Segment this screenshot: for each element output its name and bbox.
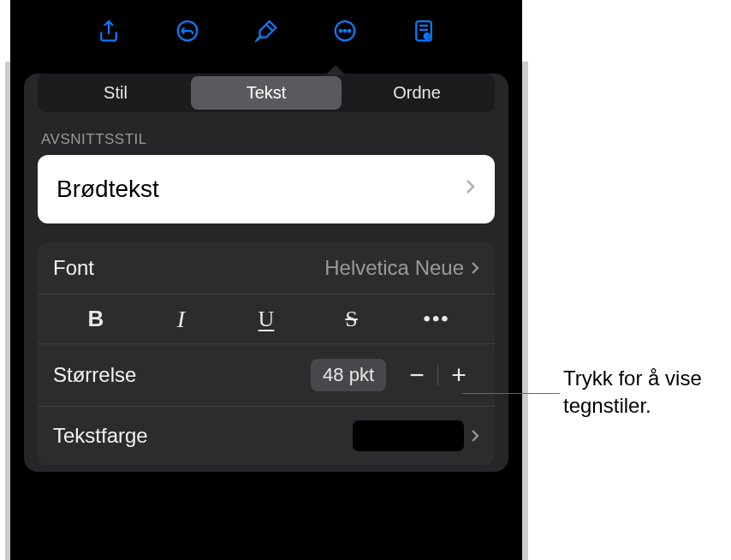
text-style-row: B I U S •••	[38, 295, 495, 344]
paragraph-style-value: Brødtekst	[56, 176, 159, 203]
callout-leader-line	[462, 393, 560, 394]
underline-button[interactable]: U	[248, 304, 284, 335]
font-label: Font	[53, 256, 94, 280]
paragraph-section-label: AVSNITTSSTIL	[41, 131, 491, 148]
size-row: Størrelse 48 pkt − +	[38, 344, 495, 407]
svg-point-2	[340, 30, 342, 33]
format-panel: Stil Tekst Ordne AVSNITTSSTIL Brødtekst …	[24, 74, 508, 472]
font-row[interactable]: Font Helvetica Neue	[38, 242, 495, 295]
color-swatch[interactable]	[353, 420, 464, 451]
size-increase-button[interactable]: +	[438, 358, 479, 392]
size-decrease-button[interactable]: −	[396, 358, 437, 392]
bold-button[interactable]: B	[78, 304, 114, 335]
tab-text[interactable]: Tekst	[191, 76, 342, 110]
text-options-group: Font Helvetica Neue B I U S •••	[38, 242, 495, 465]
chevron-right-icon	[466, 178, 476, 200]
callout-text: Trykk for å vise tegnstiler.	[563, 365, 702, 420]
more-styles-button[interactable]: •••	[419, 304, 455, 335]
device-frame: Stil Tekst Ordne AVSNITTSSTIL Brødtekst …	[10, 0, 522, 560]
more-circle-icon[interactable]	[328, 14, 362, 48]
text-color-value	[353, 420, 479, 451]
size-value[interactable]: 48 pkt	[311, 359, 386, 391]
undo-icon[interactable]	[170, 14, 205, 48]
svg-point-4	[348, 30, 351, 33]
text-color-row[interactable]: Tekstfarge	[38, 407, 495, 465]
tab-style[interactable]: Stil	[40, 76, 191, 110]
tab-arrange[interactable]: Ordne	[342, 76, 492, 110]
size-stepper: − +	[396, 358, 479, 392]
size-label: Størrelse	[53, 363, 136, 387]
text-color-label: Tekstfarge	[53, 424, 148, 448]
strikethrough-button[interactable]: S	[334, 304, 370, 335]
svg-point-3	[344, 30, 347, 33]
top-toolbar	[10, 0, 522, 62]
font-value: Helvetica Neue	[324, 256, 479, 280]
svg-point-7	[425, 34, 428, 37]
doc-view-icon[interactable]	[407, 14, 441, 48]
paragraph-style-row[interactable]: Brødtekst	[38, 155, 495, 223]
italic-button[interactable]: I	[163, 304, 199, 335]
tab-bar: Stil Tekst Ordne	[38, 74, 495, 112]
brush-icon[interactable]	[249, 14, 283, 48]
share-icon[interactable]	[92, 14, 126, 48]
